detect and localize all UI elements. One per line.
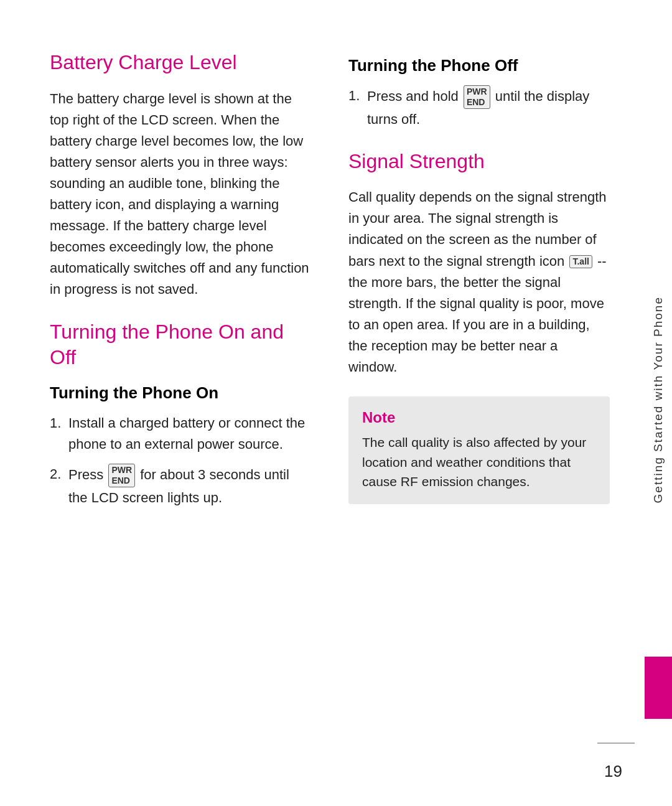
note-text: The call quality is also affected by you… — [362, 433, 596, 492]
turning-on-subtitle: Turning the Phone On — [50, 383, 311, 403]
battery-section: Battery Charge Level The battery charge … — [50, 50, 311, 301]
signal-bars-icon: T.all — [569, 255, 592, 268]
right-column: Turning the Phone Off 1. Press and hold … — [348, 50, 610, 527]
battery-body: The battery charge level is shown at the… — [50, 88, 311, 301]
battery-title: Battery Charge Level — [50, 50, 311, 76]
step-1: 1. Install a charged battery or connect … — [50, 413, 311, 455]
bottom-rule — [597, 743, 635, 744]
pwr-end-icon: PWREND — [108, 464, 135, 487]
step-2-prefix: Press — [68, 467, 103, 482]
turning-off-subtitle: Turning the Phone Off — [348, 56, 610, 75]
turning-off-step-1-prefix: Press and hold — [367, 88, 459, 104]
turning-on-off-title: Turning the Phone On and Off — [50, 319, 311, 371]
note-label: Note — [362, 409, 596, 426]
turning-on-off-section: Turning the Phone On and Off Turning the… — [50, 319, 311, 508]
step-1-text: Install a charged battery or connect the… — [68, 415, 305, 452]
signal-body-text2: -- the more bars, the better the signal … — [348, 253, 607, 375]
left-column: Battery Charge Level The battery charge … — [50, 50, 311, 527]
step-2: 2. Press PWREND for about 3 seconds unti… — [50, 464, 311, 508]
turning-on-steps: 1. Install a charged battery or connect … — [50, 413, 311, 508]
sidebar-text: Getting Started with Your Phone — [651, 296, 665, 503]
sidebar-accent-bar — [645, 657, 672, 719]
signal-strength-title: Signal Strength — [348, 149, 610, 175]
turning-off-step-1: 1. Press and hold PWREND until the displ… — [348, 85, 610, 130]
turning-off-section: Turning the Phone Off 1. Press and hold … — [348, 56, 610, 130]
page-number: 19 — [604, 762, 622, 781]
note-box: Note The call quality is also affected b… — [348, 396, 610, 504]
pwr-end-icon-2: PWREND — [464, 85, 490, 109]
signal-strength-body: Call quality depends on the signal stren… — [348, 187, 610, 378]
turning-off-steps: 1. Press and hold PWREND until the displ… — [348, 85, 610, 130]
signal-body-text1: Call quality depends on the signal stren… — [348, 189, 607, 268]
signal-strength-section: Signal Strength Call quality depends on … — [348, 149, 610, 378]
two-column-layout: Battery Charge Level The battery charge … — [50, 50, 635, 527]
page-container: Battery Charge Level The battery charge … — [0, 0, 672, 806]
